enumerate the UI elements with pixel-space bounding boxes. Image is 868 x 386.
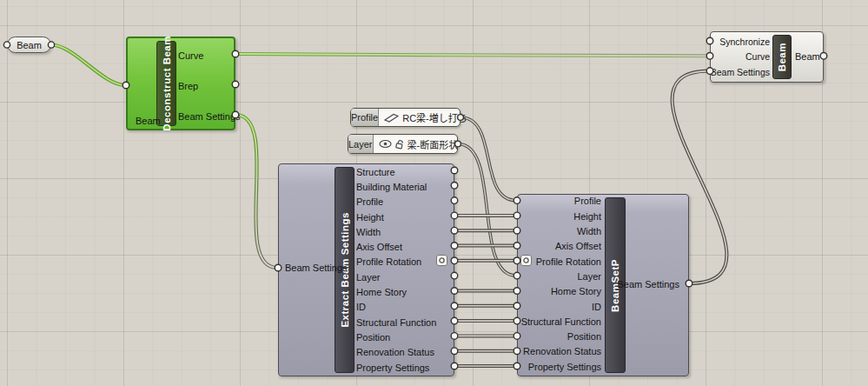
beam-source-param[interactable]: Beam <box>7 37 51 53</box>
layer-value-panel[interactable]: Layer 梁-断面形状 <box>348 134 458 154</box>
extract-output-width: Width <box>356 227 381 237</box>
extract-output-property-settings: Property Settings <box>356 363 429 373</box>
deconstruct-output-brep: Brep <box>178 81 198 91</box>
deconstruct-beam-title-band: Deconstruct Beam <box>156 41 176 126</box>
beam-target-title-band: Beam <box>772 35 792 79</box>
beamsetp-input-profile-rotation: Profile Rotation <box>536 256 601 267</box>
beamsetp-input-axis-offset: Axis Offset <box>555 241 601 251</box>
degrees-icon <box>438 256 446 264</box>
extract-input-beam-settings: Beam Settings <box>285 262 348 274</box>
wire-beam-to-deconstruct[interactable] <box>51 45 125 86</box>
beam-target-input-curve: Curve <box>745 51 770 62</box>
beamsetp-input-profile: Profile <box>574 196 601 206</box>
beam-target-input-synchronize: Synchronize <box>719 37 770 47</box>
wire-beamsettings-to-extract[interactable] <box>235 115 277 268</box>
profile-panel-value: RC梁-増し打ち <box>402 110 467 124</box>
extract-output-building-material: Building Material <box>356 182 427 192</box>
beamsetp-input-position: Position <box>567 331 601 342</box>
extract-output-structural-function: Structural Function <box>356 317 436 328</box>
extract-output-profile: Profile <box>356 196 383 207</box>
beamsetp-output-beam-settings: Beam Settings <box>617 278 679 290</box>
extract-output-renovation-status: Renovation Status <box>356 347 434 357</box>
eye-icon <box>379 139 392 149</box>
beam-target-output-beam: Beam <box>795 50 820 63</box>
beam-target-node[interactable]: Beam Synchronize Curve Beam Settings Bea… <box>710 31 824 83</box>
beamsetp-input-renovation-status: Renovation Status <box>523 346 601 356</box>
beam-target-input-beam-settings: Beam Settings <box>711 67 770 77</box>
extract-output-position: Position <box>356 332 390 343</box>
extract-output-home-story: Home Story <box>356 287 407 297</box>
profile-value-panel[interactable]: Profile RC梁-増し打ち <box>350 108 461 127</box>
beam-target-title: Beam <box>777 43 787 71</box>
beamsetp-input-home-story: Home Story <box>551 286 601 296</box>
grasshopper-canvas[interactable]: Beam Deconstruct Beam Beam Curve Brep Be… <box>0 0 868 386</box>
deconstruct-beam-node[interactable]: Deconstruct Beam Beam Curve Brep Beam Se… <box>126 37 235 130</box>
extract-output-structure: Structure <box>356 167 395 177</box>
beamsetp-input-structural-function: Structural Function <box>521 316 601 327</box>
beamsetp-input-property-settings: Property Settings <box>528 362 601 372</box>
deconstruct-output-beam-settings: Beam Settings <box>178 111 241 122</box>
extract-output-height: Height <box>356 212 384 223</box>
deconstruct-output-curve: Curve <box>178 50 203 61</box>
wire-profile-panel-to-beamsetp[interactable] <box>461 117 516 201</box>
wires-extract-to-beamsetp[interactable] <box>454 216 517 366</box>
beamsetp-input-width: Width <box>577 226 601 236</box>
beamsetp-input-height: Height <box>573 211 601 222</box>
beamsetp-input-id: ID <box>592 302 601 312</box>
deconstruct-beam-title: Deconstruct Beam <box>162 36 172 131</box>
beamsetp-node[interactable]: BeamSetP Profile Height Width Axis Offse… <box>517 194 689 376</box>
layer-panel-tag: Layer <box>348 135 374 153</box>
wire-layer-panel-to-beamsetp[interactable] <box>458 144 516 276</box>
profile-shape-icon <box>384 112 399 123</box>
extract-output-id: ID <box>356 302 366 312</box>
profile-panel-tag: Profile <box>351 109 379 126</box>
beamsetp-input-layer: Layer <box>577 271 601 282</box>
extract-profile-rotation-degrees-badge[interactable] <box>436 255 447 266</box>
unlock-icon <box>394 139 405 150</box>
deconstruct-input-beam: Beam <box>136 115 161 127</box>
layer-panel-value: 梁-断面形状 <box>407 137 459 151</box>
beam-source-label: Beam <box>17 40 42 50</box>
extract-output-layer: Layer <box>356 272 381 283</box>
wire-curve-to-beam[interactable] <box>235 54 710 56</box>
extract-output-axis-offset: Axis Offset <box>356 242 402 252</box>
beamsetp-profile-rotation-degrees-badge[interactable] <box>520 255 532 266</box>
extract-beam-settings-node[interactable]: Extract Beam Settings Beam Settings Stru… <box>278 163 454 376</box>
degrees-icon <box>522 256 530 264</box>
extract-output-profile-rotation: Profile Rotation <box>356 256 421 267</box>
